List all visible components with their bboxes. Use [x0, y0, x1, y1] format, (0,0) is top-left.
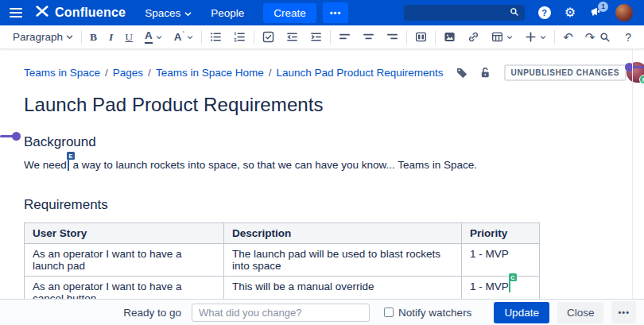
underline-button[interactable]: U [125, 31, 133, 44]
telepointer-dot-left [12, 132, 21, 141]
redo-icon[interactable]: ↷ [585, 31, 596, 43]
background-heading[interactable]: Background [24, 134, 620, 150]
nav-more-button[interactable]: ••• [323, 2, 349, 23]
editor-help-button[interactable]: ? [625, 31, 631, 44]
notifications-button[interactable]: 1 [589, 6, 602, 21]
search-icon [510, 6, 519, 20]
collaborator-initial-badge: R [639, 75, 644, 84]
help-button[interactable]: ? [538, 6, 551, 19]
help-icon: ? [538, 6, 551, 19]
bullet-list-icon[interactable] [210, 31, 222, 43]
insert-table-icon[interactable] [491, 31, 513, 43]
content-edge-divider [632, 49, 633, 299]
requirements-heading[interactable]: Requirements [24, 197, 620, 213]
column-header[interactable]: Priority [462, 223, 540, 244]
editor-toolbar: Paragraph B I U A A˚ [0, 25, 644, 49]
settings-button[interactable]: ⚙ [564, 6, 576, 19]
numbered-list-icon[interactable] [234, 31, 246, 43]
notification-badge: 1 [598, 2, 608, 12]
page-meta-row: Teams in Space / Pages / Teams in Space … [24, 61, 620, 83]
notify-watchers-option[interactable]: Notify watchers [384, 307, 471, 319]
collab-cursor-e: E [68, 159, 69, 171]
insert-more-icon[interactable] [525, 31, 546, 43]
global-search[interactable] [404, 5, 525, 21]
outdent-icon[interactable] [286, 31, 298, 43]
editor-footer: Ready to go Notify watchers Update Close… [0, 299, 644, 325]
confluence-logo[interactable]: Confluence [35, 4, 126, 21]
breadcrumb-link[interactable]: Teams in Space [24, 67, 100, 79]
more-formatting-button[interactable]: A˚ [174, 31, 193, 43]
align-center-icon[interactable] [363, 31, 374, 43]
confluence-logo-icon [35, 4, 49, 21]
hamburger-menu-icon[interactable] [10, 8, 22, 17]
nav-spaces[interactable]: Spaces [145, 7, 192, 19]
text-style-dropdown[interactable]: Paragraph [13, 31, 73, 43]
profile-avatar[interactable] [615, 4, 633, 21]
collab-cursor-c: C [509, 281, 510, 292]
task-list-icon[interactable] [262, 31, 274, 43]
page-editor-content[interactable]: Teams in Space / Pages / Teams in Space … [0, 61, 644, 325]
indent-icon[interactable] [310, 31, 322, 43]
align-left-icon[interactable] [339, 31, 351, 43]
global-search-input[interactable] [409, 7, 510, 18]
italic-button[interactable]: I [109, 31, 113, 44]
undo-icon[interactable]: ↶ [563, 31, 573, 43]
bold-button[interactable]: B [90, 31, 97, 44]
find-icon[interactable] [599, 32, 611, 43]
chevron-down-icon [184, 7, 192, 19]
save-status-text: Ready to go [123, 307, 181, 319]
insert-link-icon[interactable] [467, 31, 479, 43]
change-comment-input[interactable] [192, 304, 370, 322]
top-navbar: Confluence Spaces People Create ••• ? ⚙ … [0, 0, 644, 25]
update-button[interactable]: Update [494, 302, 549, 323]
table-row[interactable]: As an operator I want to have a launch p… [25, 244, 540, 277]
nav-people[interactable]: People [211, 7, 244, 19]
column-header[interactable]: Description [224, 223, 462, 244]
align-right-icon[interactable] [386, 31, 398, 43]
insert-image-icon[interactable] [444, 31, 456, 43]
confluence-editor-window: Confluence Spaces People Create ••• ? ⚙ … [0, 0, 644, 325]
notify-watchers-label: Notify watchers [398, 307, 471, 319]
column-header[interactable]: User Story [25, 223, 224, 244]
background-paragraph[interactable]: We needE a way to launch rockets into sp… [24, 157, 620, 172]
text-color-button[interactable]: A [145, 30, 162, 44]
unpublished-changes-badge: UNPUBLISHED CHANGES [504, 64, 627, 81]
breadcrumb-link[interactable]: Teams in Space Home [156, 67, 264, 79]
create-button[interactable]: Create [263, 3, 316, 23]
breadcrumb-link[interactable]: Pages [113, 67, 143, 79]
close-button[interactable]: Close [557, 302, 604, 323]
page-layout-icon[interactable] [415, 31, 427, 43]
breadcrumb-link[interactable]: Launch Pad Product Requirements [276, 67, 443, 79]
notify-watchers-checkbox[interactable] [384, 308, 394, 317]
page-title[interactable]: Launch Pad Product Requirements [24, 94, 620, 116]
table-header-row: User Story Description Priority [25, 223, 540, 244]
labels-tag-icon[interactable] [456, 67, 467, 79]
brand-name: Confluence [55, 6, 126, 20]
gear-icon: ⚙ [564, 6, 576, 19]
footer-more-button[interactable]: ••• [611, 301, 636, 323]
unlock-icon[interactable] [479, 67, 491, 79]
